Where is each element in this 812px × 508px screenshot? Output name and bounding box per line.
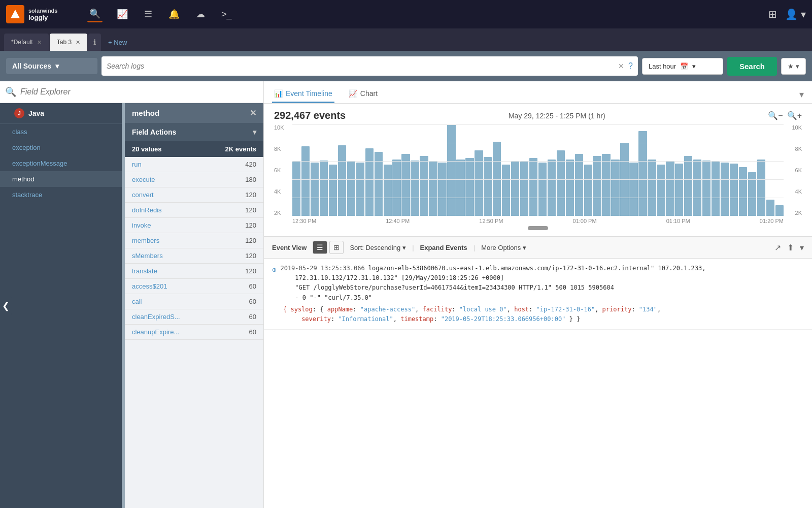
share-icon[interactable]: ↗	[774, 243, 781, 252]
tab-default-close[interactable]: ✕	[37, 39, 42, 46]
zoom-out-icon[interactable]: 🔍−	[768, 111, 783, 120]
more-options-button[interactable]: More Options ▾	[481, 244, 526, 251]
log-event-header: ⊕ 2019-05-29 13:25:33.066 logazon-elb-53…	[272, 264, 804, 303]
value-access201[interactable]: access$201	[132, 282, 167, 290]
bar-20	[475, 150, 483, 216]
value-doinredis[interactable]: doInRedis	[132, 206, 162, 214]
value-invoke-count: 120	[245, 221, 256, 229]
tab-info[interactable]: ℹ	[88, 34, 101, 51]
main-layout: 🔍 ❮ J Java class exception exceptionMess…	[0, 81, 812, 508]
tab-chart[interactable]: 📈 Chart	[347, 85, 380, 103]
field-actions-arrow[interactable]: ▾	[253, 128, 256, 136]
value-smembers[interactable]: sMembers	[132, 252, 163, 260]
y-label-10k-right: 10K	[786, 124, 802, 131]
bar-21	[484, 157, 492, 216]
field-item-method[interactable]: method	[0, 171, 122, 187]
scrollbar-thumb[interactable]	[528, 226, 548, 230]
field-item-class[interactable]: class	[0, 124, 122, 140]
bar-6	[347, 162, 355, 216]
field-item-exceptionmessage[interactable]: exceptionMessage	[0, 155, 122, 171]
log-timestamp: 2019-05-29 13:25:33.066	[280, 265, 368, 272]
zoom-in-icon[interactable]: 🔍+	[787, 111, 802, 120]
bar-25	[520, 162, 528, 216]
list-item: doInRedis 120	[125, 203, 263, 218]
alert-nav-icon[interactable]: 🔔	[166, 7, 182, 22]
terminal-nav-icon[interactable]: >_	[219, 7, 234, 22]
log-expand-button[interactable]: ⊕	[272, 264, 276, 275]
bar-47	[721, 163, 729, 216]
search-input[interactable]	[107, 62, 614, 70]
value-invoke[interactable]: invoke	[132, 221, 151, 229]
value-members[interactable]: members	[132, 237, 159, 244]
time-label: Last hour	[649, 62, 676, 70]
value-cleanexpired[interactable]: cleanExpiredS...	[132, 313, 180, 321]
x-label-1230: 12:30 PM	[292, 218, 316, 224]
bar-17	[447, 124, 455, 216]
value-doinredis-count: 120	[245, 206, 256, 214]
tab-3[interactable]: Tab 3 ✕	[50, 34, 87, 51]
clear-search-icon[interactable]: ✕	[618, 62, 624, 70]
help-search-icon[interactable]: ?	[628, 61, 633, 71]
timeline-expand-button[interactable]: ▾	[799, 89, 804, 100]
more-options-label: More Options	[481, 244, 521, 251]
value-convert[interactable]: convert	[132, 191, 154, 199]
field-item-stacktrace[interactable]: stacktrace	[0, 187, 122, 203]
bar-28	[548, 160, 556, 216]
timestamp-value: "2019-05-29T18:25:33.066956+00:00"	[441, 315, 566, 323]
value-cleanupexpire[interactable]: cleanupExpire...	[132, 328, 179, 336]
export-icon[interactable]: ⬆	[787, 243, 794, 252]
field-category-java: J Java	[0, 103, 122, 124]
value-access201-count: 60	[249, 282, 256, 290]
field-item-exception[interactable]: exception	[0, 140, 122, 155]
value-translate[interactable]: translate	[132, 267, 157, 275]
y-label-6k-right: 6K	[786, 167, 802, 173]
logo: solarwinds loggly	[6, 5, 77, 23]
log-events: ⊕ 2019-05-29 13:25:33.066 logazon-elb-53…	[264, 259, 812, 508]
bar-36	[620, 143, 628, 216]
list-item: convert 120	[125, 187, 263, 203]
grid-view-button[interactable]: ⊞	[329, 241, 344, 254]
user-nav-icon[interactable]: 👤 ▾	[785, 8, 806, 20]
method-column: method ✕ Field Actions ▾ 20 values 2K ev…	[125, 103, 263, 508]
appname-value: "apache-access"	[360, 306, 415, 313]
x-label-0100: 01:00 PM	[573, 218, 597, 224]
bar-26	[529, 158, 537, 216]
bar-44	[693, 160, 701, 216]
collapse-panel-button[interactable]: ❮	[0, 296, 12, 315]
new-tab-button[interactable]: + New	[102, 34, 133, 51]
nav-icons: 🔍 📈 ☰ 🔔 ☁ >_	[87, 6, 758, 22]
options-arrow-icon[interactable]: ▾	[800, 243, 804, 252]
sort-arrow: ▾	[402, 244, 406, 251]
bar-5	[338, 145, 346, 216]
expand-events-button[interactable]: Expand Events	[420, 244, 467, 251]
search-button[interactable]: Search	[727, 57, 777, 76]
grid-nav-icon[interactable]: ⊞	[768, 8, 777, 20]
value-run[interactable]: run	[132, 161, 142, 168]
sort-dropdown[interactable]: Sort: Descending ▾	[350, 244, 406, 251]
values-count: 20 values	[132, 145, 162, 153]
menu-nav-icon[interactable]: ☰	[142, 7, 154, 22]
chart-nav-icon[interactable]: 📈	[115, 7, 130, 22]
value-execute[interactable]: execute	[132, 176, 155, 183]
chart-scrollbar[interactable]	[274, 224, 802, 232]
syslog-key: { syslog	[283, 306, 313, 313]
facility-key: facility	[423, 306, 452, 313]
upload-nav-icon[interactable]: ☁	[194, 7, 207, 22]
log-syslog: { syslog: { appName: "apache-access", fa…	[283, 305, 804, 324]
source-dropdown[interactable]: All Sources ▾	[6, 58, 97, 74]
bar-46	[712, 162, 720, 216]
tab-3-close[interactable]: ✕	[76, 39, 80, 46]
event-view-bar: Event View ☰ ⊞ Sort: Descending ▾ | Expa…	[264, 237, 812, 259]
favorites-button[interactable]: ★ ▾	[781, 58, 806, 75]
value-call[interactable]: call	[132, 298, 142, 305]
tab-event-timeline[interactable]: 📊 Event Timeline	[272, 85, 334, 103]
search-nav-icon[interactable]: 🔍	[87, 6, 103, 22]
field-explorer-input[interactable]	[20, 87, 258, 97]
tab-default[interactable]: *Default ✕	[4, 34, 49, 51]
bar-50	[748, 172, 756, 216]
time-dropdown[interactable]: Last hour 📅 ▾	[642, 58, 723, 75]
method-close-button[interactable]: ✕	[250, 108, 256, 118]
list-view-button[interactable]: ☰	[313, 241, 327, 254]
timeline-tabs: 📊 Event Timeline 📈 Chart ▾	[264, 81, 812, 104]
priority-value: "134"	[639, 306, 657, 313]
